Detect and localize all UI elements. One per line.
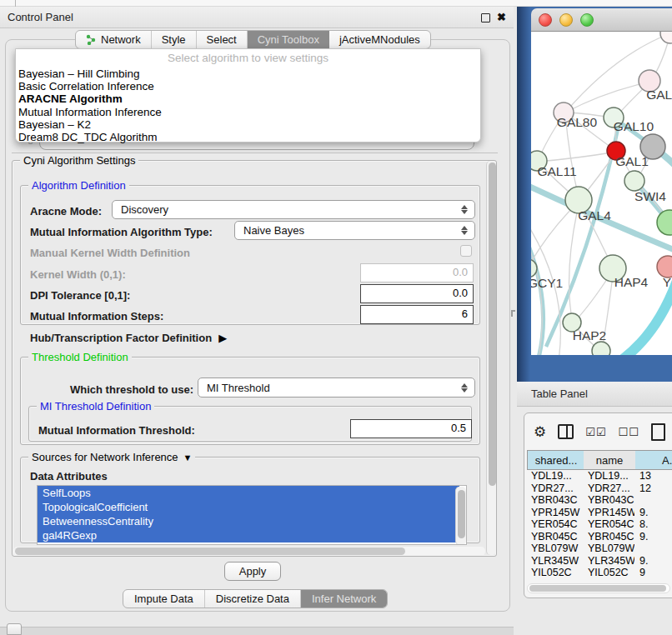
data-attribute-item[interactable]: BetweennessCentrality (38, 514, 459, 528)
control-panel-titlebar: Control Panel (0, 7, 514, 28)
table-cell[interactable]: 9. (639, 531, 672, 542)
close-traffic-light[interactable] (539, 13, 552, 27)
table-cell[interactable]: 13 (639, 470, 672, 482)
tab-style[interactable]: Style (152, 31, 197, 48)
network-canvas[interactable]: GAL2GAL80GAL10GAL1GAL11SWI4GAL4GCY1HAP4Y… (531, 32, 672, 355)
data-attributes-list: SelfLoopsTopologicalCoefficientBetweenne… (37, 485, 467, 545)
float-icon (481, 13, 490, 22)
column-header[interactable]: name (584, 450, 636, 470)
table-toolbar: ⚙ ☑☑ ☐☐ (534, 421, 665, 442)
float-panel-button[interactable] (481, 13, 490, 22)
table-cell[interactable]: YIL052C (531, 567, 583, 578)
algorithm-option[interactable]: Mutual Information Inference (16, 106, 480, 118)
attributes-scrollbar[interactable] (455, 487, 466, 545)
algorithm-option[interactable]: Bayesian – Hill Climbing (16, 68, 480, 80)
network-node-swi4[interactable] (624, 171, 644, 191)
dock-tick (15, 0, 16, 7)
manual-kernel-width-checkbox[interactable] (460, 245, 472, 257)
column-header[interactable]: shared... (527, 450, 585, 470)
table-cell[interactable]: YLR345W (531, 555, 583, 567)
tab-discretize-data[interactable]: Discretize Data (205, 590, 301, 608)
zoom-traffic-light[interactable] (580, 13, 594, 27)
table-cell[interactable]: YDR27... (531, 482, 583, 494)
table-hscroll-thumb[interactable] (529, 585, 666, 592)
which-threshold-select[interactable]: MI Threshold (198, 378, 475, 398)
settings-vertical-scrollbar[interactable] (486, 161, 496, 555)
network-window-titlebar[interactable] (531, 8, 672, 32)
mi-algorithm-type-select[interactable]: Naive Bayes (234, 221, 475, 240)
table-cell[interactable]: YBL079W (588, 542, 634, 554)
algorithm-option[interactable]: Basic Correlation Inference (16, 80, 480, 92)
table-cell[interactable]: 12 (639, 482, 672, 494)
select-all-attributes-icon[interactable]: ☑☑ (585, 426, 606, 438)
tab-network[interactable]: Network (76, 31, 152, 48)
table-cell[interactable]: YDR27... (588, 482, 634, 494)
collapsed-panel-button[interactable] (7, 623, 22, 635)
close-panel-button[interactable]: ✖ (497, 12, 506, 22)
table-panel-title: Table Panel (531, 388, 588, 400)
node-table: shared...nameA... YDL19...YDL19...13YDR2… (527, 450, 672, 598)
spinner-arrows-icon (461, 205, 468, 214)
algorithm-option[interactable]: Dream8 DC_TDC Algorithm (16, 131, 480, 143)
table-cell[interactable]: YLR345W (588, 555, 634, 567)
gear-icon[interactable]: ⚙ (534, 423, 546, 441)
minimize-traffic-light[interactable] (559, 13, 573, 27)
table-cell[interactable]: YIL052C (588, 567, 634, 578)
sources-title-wrap[interactable]: Sources for Network Inference ▼ (28, 451, 195, 463)
data-attribute-item[interactable]: gal4RGexp (38, 528, 459, 542)
aracne-mode-select[interactable]: Discovery (112, 200, 475, 219)
table-cell[interactable]: 9. (639, 555, 672, 567)
spinner-arrows-icon (461, 383, 468, 392)
table-cell[interactable]: YPR145W (531, 507, 583, 518)
settings-horizontal-scrollbar[interactable] (13, 547, 485, 556)
table-cell[interactable]: YBL079W (531, 542, 583, 554)
settings-vscroll-thumb[interactable] (489, 162, 496, 486)
algorithm-option[interactable]: Bayesian – K2 (16, 118, 480, 131)
hub-definition-toggle[interactable]: Hub/Transcription Factor Definition ▶ (30, 332, 227, 344)
tab-select[interactable]: Select (197, 31, 248, 48)
table-cell[interactable]: YER054C (588, 518, 634, 530)
table-cell[interactable]: 9. (639, 507, 672, 518)
tab-impute-data[interactable]: Impute Data (123, 590, 205, 608)
table-cell[interactable]: YBR045C (531, 531, 583, 542)
data-attribute-item[interactable]: SelfLoops (38, 486, 459, 500)
expand-right-icon: ▶ (218, 332, 227, 344)
network-edge[interactable] (531, 228, 560, 355)
table-cell[interactable]: YDL19... (531, 470, 583, 482)
network-node[interactable] (592, 342, 610, 355)
dpi-tolerance-label: DPI Tolerance [0,1]: (30, 289, 130, 302)
splitter-handle[interactable] (511, 310, 515, 317)
tab-impute-data-label: Impute Data (134, 592, 193, 605)
data-attribute-item[interactable]: TopologicalCoefficient (38, 500, 459, 514)
control-panel-tabs: Network Style Select Cyni Toolbox jActiv… (75, 30, 431, 49)
table-cell[interactable]: 8. (639, 518, 672, 530)
network-node[interactable] (660, 32, 672, 43)
unselect-all-attributes-icon[interactable]: ☐☐ (619, 426, 639, 438)
table-cell[interactable]: YBR043C (531, 494, 583, 506)
kernel-width-field[interactable]: 0.0 (360, 263, 474, 282)
table-cell[interactable]: YDL19... (588, 470, 634, 482)
network-edge[interactable] (538, 152, 617, 162)
tab-jactivemnodules[interactable]: jActiveMNodules (329, 31, 430, 48)
settings-hscroll-thumb[interactable] (15, 548, 405, 555)
tab-cyni-toolbox[interactable]: Cyni Toolbox (248, 31, 329, 48)
table-cell[interactable]: YER054C (531, 518, 583, 530)
column-header[interactable]: A... (635, 450, 672, 470)
tab-infer-network[interactable]: Infer Network (301, 590, 387, 608)
network-edge[interactable] (614, 278, 672, 355)
table-cell[interactable]: YBR045C (588, 531, 634, 542)
mi-steps-field[interactable]: 6 (360, 305, 474, 324)
tab-infer-network-label: Infer Network (312, 592, 376, 605)
column-browser-icon[interactable] (558, 424, 574, 439)
table-cell[interactable]: YBR043C (588, 494, 634, 506)
attributes-scrollbar-thumb[interactable] (458, 490, 465, 538)
mi-threshold-field[interactable]: 0.5 (350, 419, 472, 438)
apply-button[interactable]: Apply (224, 562, 281, 581)
table-horizontal-scrollbar[interactable] (527, 583, 670, 593)
table-cell[interactable]: 9 (639, 567, 672, 578)
dpi-tolerance-field[interactable]: 0.0 (360, 284, 474, 303)
algorithm-option[interactable]: ARACNE Algorithm (16, 92, 480, 105)
network-edge[interactable] (565, 82, 650, 112)
new-table-icon[interactable] (651, 423, 665, 441)
table-cell[interactable]: YPR145W (588, 507, 634, 518)
